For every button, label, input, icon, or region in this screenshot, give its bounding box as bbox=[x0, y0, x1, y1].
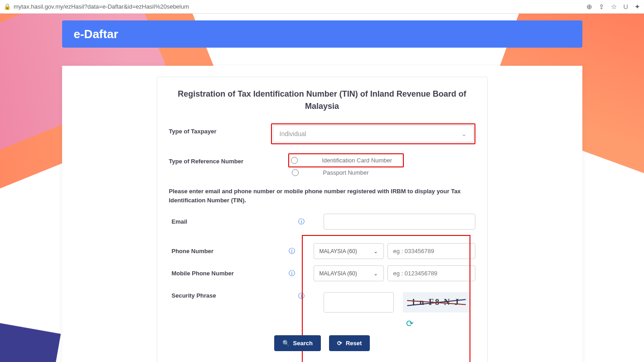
captcha-image: l n F8 N J bbox=[403, 292, 470, 313]
extensions-icon[interactable]: ✦ bbox=[634, 3, 640, 11]
id-card-radio-label: Identification Card Number bbox=[304, 157, 392, 164]
reset-button[interactable]: ⟳ Reset bbox=[329, 335, 370, 351]
main-card: Registration of Tax Identification Numbe… bbox=[62, 66, 582, 362]
profile-icon[interactable]: U bbox=[623, 3, 628, 11]
mobile-label: Mobile Phone Number bbox=[169, 270, 289, 277]
search-icon: 🔍 bbox=[282, 340, 290, 347]
security-label: Security Phrase bbox=[169, 292, 298, 299]
reference-type-label: Type of Reference Number bbox=[169, 153, 271, 165]
search-button[interactable]: 🔍 Search bbox=[274, 335, 321, 351]
refresh-icon: ⟳ bbox=[337, 340, 342, 347]
info-icon[interactable]: ⓘ bbox=[289, 247, 296, 255]
info-icon[interactable]: ⓘ bbox=[298, 218, 306, 226]
mobile-country-select[interactable]: MALAYSIA (60) ⌄ bbox=[314, 265, 384, 281]
form-heading: Registration of Tax Identification Numbe… bbox=[169, 88, 475, 113]
taxpayer-type-selected: Individual bbox=[280, 130, 306, 137]
page-title: e-Daftar bbox=[74, 27, 118, 41]
page-url: mytax.hasil.gov.my/ezHasil?data=e-Daftar… bbox=[14, 3, 586, 10]
highlight-annotation: Identification Card Number bbox=[288, 153, 404, 167]
passport-radio[interactable] bbox=[292, 169, 299, 176]
page-title-banner: e-Daftar bbox=[62, 20, 582, 48]
form-panel: Registration of Tax Identification Numbe… bbox=[157, 77, 488, 362]
chevron-down-icon: ⌄ bbox=[373, 270, 378, 277]
taxpayer-type-label: Type of Taxpayer bbox=[169, 123, 271, 135]
form-hint-text: Please enter email and phone number or m… bbox=[169, 187, 475, 205]
mobile-input[interactable] bbox=[387, 265, 475, 281]
star-icon[interactable]: ☆ bbox=[611, 3, 617, 11]
info-icon[interactable]: ⓘ bbox=[298, 292, 306, 300]
chevron-down-icon: ⌄ bbox=[373, 248, 378, 254]
email-label: Email bbox=[169, 218, 298, 225]
share-icon[interactable]: ⇪ bbox=[599, 3, 605, 11]
phone-input[interactable] bbox=[387, 243, 475, 259]
id-card-radio[interactable] bbox=[291, 157, 298, 164]
browser-address-bar: 🔒 mytax.hasil.gov.my/ezHasil?data=e-Daft… bbox=[0, 0, 644, 14]
lock-icon: 🔒 bbox=[4, 3, 11, 10]
security-phrase-input[interactable] bbox=[324, 292, 394, 313]
zoom-icon[interactable]: ⊕ bbox=[586, 3, 592, 11]
phone-country-select[interactable]: MALAYSIA (60) ⌄ bbox=[314, 243, 384, 259]
passport-radio-label: Passport Number bbox=[305, 169, 369, 176]
info-icon[interactable]: ⓘ bbox=[289, 269, 296, 278]
phone-label: Phone Number bbox=[169, 248, 289, 254]
bg-decoration bbox=[0, 301, 61, 362]
taxpayer-type-select[interactable]: Individual ⌄ bbox=[273, 125, 474, 142]
highlight-annotation: Individual ⌄ bbox=[271, 123, 475, 144]
refresh-captcha-icon[interactable]: ⟳ bbox=[406, 318, 414, 329]
email-input[interactable] bbox=[324, 214, 475, 230]
chevron-down-icon: ⌄ bbox=[461, 130, 467, 137]
